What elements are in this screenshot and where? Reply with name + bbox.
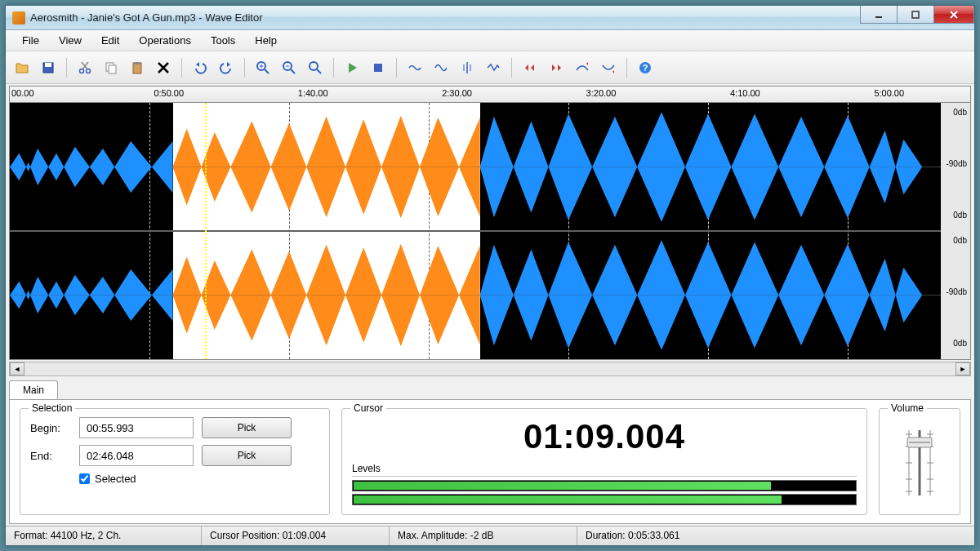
cursor-time-display: 01:09.004 (352, 417, 857, 456)
toolbar-separator (66, 58, 67, 78)
time-tick: 1:40.00 (298, 88, 328, 98)
copy-button[interactable] (100, 56, 122, 79)
pick-end-button[interactable]: Pick (202, 445, 292, 466)
begin-input[interactable] (79, 417, 194, 438)
time-tick: 5:00.00 (874, 88, 904, 98)
delete-button[interactable] (152, 56, 175, 79)
tab-bar: Main (9, 378, 971, 399)
titlebar[interactable]: Aerosmith - Janie's Got A Gun.mp3 - Wave… (6, 6, 974, 30)
help-button[interactable]: ? (634, 56, 657, 79)
status-duration: Duration: 0:05:33.061 (577, 527, 974, 545)
app-window: Aerosmith - Janie's Got A Gun.mp3 - Wave… (5, 5, 975, 546)
main-panel: Selection Begin: Pick End: Pick Selected… (9, 399, 971, 524)
toolbar-separator (181, 58, 182, 78)
end-label: End: (30, 450, 71, 462)
volume-slider[interactable] (889, 417, 950, 508)
toolbar-separator (333, 58, 334, 78)
selection-legend: Selection (29, 402, 75, 414)
time-tick: 4:10.00 (730, 88, 760, 98)
pick-begin-button[interactable]: Pick (202, 417, 292, 438)
svg-line-17 (265, 69, 269, 73)
effect-8-button[interactable] (597, 56, 620, 79)
menu-operations[interactable]: Operations (129, 31, 201, 50)
statusbar: Format: 44100 Hz, 2 Ch. Cursor Position:… (6, 526, 974, 545)
svg-rect-1 (912, 11, 919, 18)
open-button[interactable] (11, 56, 33, 79)
save-button[interactable] (37, 56, 60, 79)
minimize-button[interactable] (860, 6, 898, 24)
stop-button[interactable] (367, 56, 390, 79)
play-button[interactable] (341, 56, 363, 79)
scroll-left-button[interactable]: ◄ (10, 362, 24, 375)
menubar: File View Edit Operations Tools Help (6, 30, 974, 51)
effect-2-button[interactable] (430, 56, 452, 79)
selected-checkbox[interactable] (79, 473, 90, 484)
svg-line-9 (82, 62, 87, 69)
end-input[interactable] (79, 445, 194, 466)
maximize-button[interactable] (897, 6, 934, 24)
svg-rect-11 (109, 65, 116, 73)
time-tick: 2:30.00 (442, 88, 472, 98)
menu-help[interactable]: Help (245, 31, 287, 50)
svg-rect-25 (374, 64, 382, 72)
horizontal-scrollbar[interactable]: ◄ ► (9, 362, 971, 376)
app-icon (12, 11, 25, 24)
volume-legend: Volume (888, 402, 927, 414)
status-format: Format: 44100 Hz, 2 Ch. (6, 527, 202, 545)
effect-5-button[interactable] (519, 56, 541, 79)
toolbar: ? (6, 51, 974, 84)
db-scale: 0db -90db 0db 0db -90db 0db (941, 103, 970, 359)
undo-button[interactable] (189, 56, 212, 79)
toolbar-separator (396, 58, 397, 78)
svg-line-8 (82, 62, 88, 69)
effect-7-button[interactable] (571, 56, 594, 79)
svg-text:?: ? (643, 63, 648, 73)
tab-main[interactable]: Main (9, 380, 58, 399)
svg-point-23 (310, 62, 318, 70)
levels-label: Levels (352, 463, 857, 477)
effect-3-button[interactable] (456, 56, 479, 79)
close-button[interactable] (933, 6, 974, 24)
effect-6-button[interactable] (545, 56, 568, 79)
redo-button[interactable] (215, 56, 238, 79)
cursor-legend: Cursor (350, 402, 386, 414)
time-tick: 3:20.00 (586, 88, 617, 98)
volume-group: Volume (879, 408, 960, 515)
level-meter-left (352, 480, 857, 491)
toolbar-separator (626, 58, 627, 78)
window-title: Aerosmith - Janie's Got A Gun.mp3 - Wave… (30, 11, 861, 24)
zoom-in-button[interactable] (252, 56, 274, 79)
time-ruler[interactable]: 00.00 0:50.00 1:40.00 2:30.00 3:20.00 4:… (10, 87, 970, 103)
waveform-editor[interactable]: 00.00 0:50.00 1:40.00 2:30.00 3:20.00 4:… (9, 86, 971, 360)
cut-button[interactable] (74, 56, 96, 79)
paste-button[interactable] (126, 56, 149, 79)
cursor-group: Cursor 01:09.004 Levels (341, 408, 867, 515)
menu-file[interactable]: File (12, 31, 49, 50)
window-controls (861, 6, 974, 29)
time-tick: 00.00 (11, 88, 34, 98)
waveform-svg (10, 103, 941, 359)
scroll-track[interactable] (24, 362, 956, 375)
status-cursor: Cursor Position: 01:09.004 (202, 527, 390, 545)
svg-line-24 (317, 69, 321, 73)
waveform-display[interactable] (10, 103, 941, 359)
level-meter-right (352, 494, 857, 505)
zoom-fit-button[interactable] (304, 56, 327, 79)
toolbar-separator (244, 58, 245, 78)
effect-1-button[interactable] (403, 56, 426, 79)
effect-4-button[interactable] (482, 56, 505, 79)
menu-tools[interactable]: Tools (201, 31, 245, 50)
scroll-right-button[interactable]: ► (956, 362, 970, 375)
playback-cursor[interactable] (205, 103, 207, 359)
time-tick: 0:50.00 (154, 88, 184, 98)
menu-view[interactable]: View (49, 31, 91, 50)
selection-group: Selection Begin: Pick End: Pick Selected (20, 408, 330, 515)
begin-label: Begin: (30, 422, 71, 434)
selected-label: Selected (95, 473, 136, 485)
svg-rect-13 (135, 62, 140, 64)
zoom-out-button[interactable] (278, 56, 301, 79)
status-amplitude: Max. Amplitude: -2 dB (390, 527, 577, 545)
toolbar-separator (511, 58, 512, 78)
menu-edit[interactable]: Edit (91, 31, 129, 50)
svg-line-21 (291, 69, 295, 73)
